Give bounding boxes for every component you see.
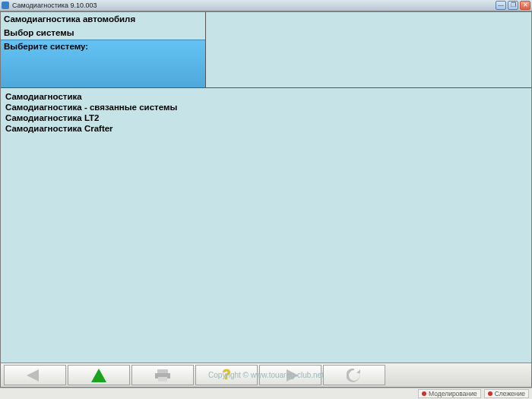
help-button[interactable]: ? [195, 365, 258, 385]
system-list: Самодиагностика Самодиагностика - связан… [1, 88, 531, 363]
svg-marker-5 [287, 369, 299, 382]
info-panel [206, 12, 531, 87]
status-label: Моделирование [429, 390, 477, 397]
window-titlebar: Самодиагностика 9.10.003 — ❐ ✕ [0, 0, 532, 11]
status-modeling: Моделирование [418, 389, 481, 398]
status-bar: Моделирование Слежение [0, 388, 532, 399]
minimize-button[interactable]: — [496, 1, 506, 10]
arrow-left-icon [27, 369, 43, 382]
bottom-toolbar: ? [1, 363, 531, 387]
selection-prompt[interactable]: Выберите систему: [1, 40, 205, 87]
question-icon: ? [223, 367, 231, 383]
forward-button[interactable] [259, 365, 321, 385]
back-button[interactable] [4, 365, 66, 385]
window-title: Самодиагностика 9.10.003 [12, 2, 496, 9]
status-dot-icon [488, 391, 492, 396]
list-item[interactable]: Самодиагностика LT2 [4, 112, 528, 123]
status-tracking: Слежение [484, 389, 529, 398]
svg-rect-2 [157, 369, 168, 373]
panel-heading-2: Выбор системы [1, 26, 205, 40]
refresh-button[interactable] [323, 365, 385, 385]
svg-marker-0 [27, 369, 39, 382]
svg-marker-1 [91, 369, 106, 382]
selection-panel: Самодиагностика автомобиля Выбор системы… [1, 12, 206, 87]
go-button[interactable] [68, 365, 130, 385]
status-dot-icon [422, 391, 426, 396]
svg-rect-4 [158, 377, 167, 382]
app-icon [2, 2, 9, 9]
refresh-icon [347, 369, 362, 382]
print-icon [155, 369, 170, 382]
close-button[interactable]: ✕ [520, 1, 530, 10]
window-controls: — ❐ ✕ [496, 1, 530, 10]
print-button[interactable] [131, 365, 194, 385]
arrow-right-icon [282, 369, 299, 382]
maximize-button[interactable]: ❐ [508, 1, 518, 10]
triangle-up-icon [91, 369, 106, 382]
app-frame: Самодиагностика автомобиля Выбор системы… [0, 11, 532, 388]
list-item[interactable]: Самодиагностика - связанные системы [4, 102, 528, 112]
status-label: Слежение [495, 390, 525, 397]
list-item[interactable]: Самодиагностика Crafter [4, 123, 528, 134]
list-item[interactable]: Самодиагностика [4, 91, 528, 102]
upper-panel: Самодиагностика автомобиля Выбор системы… [1, 12, 531, 88]
panel-heading-1: Самодиагностика автомобиля [1, 12, 205, 26]
